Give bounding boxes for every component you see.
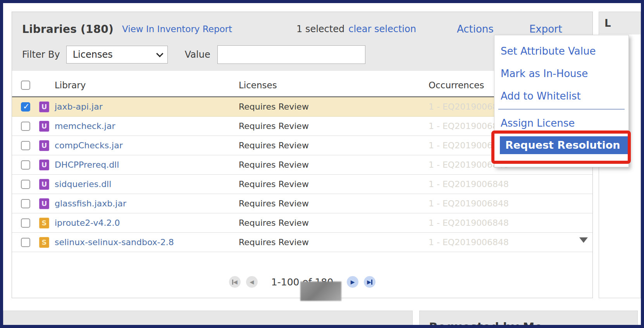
source-badge-icon: S [39, 218, 49, 228]
occurrence-value: 1 - EQ2019006848 [429, 218, 592, 228]
row-checkbox[interactable] [21, 102, 30, 112]
clear-selection-link[interactable]: clear selection [348, 24, 416, 34]
chevron-down-icon [156, 50, 163, 57]
bottom-right-panel: Requested by Me [419, 311, 638, 325]
table-row[interactable]: U glassfish.jaxb.jar Requires Review 1 -… [12, 194, 592, 213]
license-status: Requires Review [239, 179, 429, 189]
unknown-origin-badge-icon: U [39, 160, 49, 170]
column-header-library: Library [55, 80, 239, 90]
screenshot-frame: Libraries (180) View In Inventory Report… [0, 0, 644, 328]
actions-menu-button[interactable]: Actions [457, 23, 494, 35]
library-link[interactable]: jaxb-api.jar [55, 102, 103, 112]
previous-page-button[interactable]: ◀ [246, 276, 258, 288]
library-link[interactable]: selinux-selinux-sandbox-2.8 [55, 237, 174, 247]
filter-by-select[interactable]: Licenses [66, 46, 168, 64]
bottom-left-panel [3, 311, 413, 325]
library-link[interactable]: glassfish.jaxb.jar [55, 199, 126, 208]
table-row[interactable]: S selinux-selinux-sandbox-2.8 Requires R… [12, 233, 592, 252]
row-checkbox[interactable] [21, 238, 30, 247]
unknown-origin-badge-icon: U [39, 140, 49, 151]
table-row[interactable]: U sidqueries.dll Requires Review 1 - EQ2… [12, 175, 592, 194]
row-checkbox[interactable] [21, 160, 30, 170]
row-checkbox[interactable] [21, 141, 30, 150]
menu-item-request-resolution[interactable]: Request Resolution [500, 136, 628, 154]
occurrence-value: 1 - EQ2019006848 [429, 237, 592, 247]
row-checkbox[interactable] [21, 199, 30, 208]
table-row[interactable]: S iproute2-v4.2.0 Requires Review 1 - EQ… [12, 213, 592, 233]
menu-item-mark-as-in-house[interactable]: Mark as In-House [494, 62, 629, 85]
source-badge-icon: S [39, 237, 49, 248]
next-page-button[interactable]: ▶ [347, 276, 358, 288]
license-status: Requires Review [239, 160, 429, 170]
view-in-inventory-report-link[interactable]: View In Inventory Report [122, 24, 232, 34]
license-status: Requires Review [239, 237, 429, 247]
filter-by-selected-value: Licenses [73, 49, 113, 60]
license-status: Requires Review [239, 218, 429, 228]
filter-by-label: Filter By [22, 49, 60, 60]
menu-divider [498, 109, 625, 110]
library-link[interactable]: compChecks.jar [55, 141, 123, 150]
select-all-checkbox[interactable] [21, 81, 30, 90]
filter-value-input[interactable] [217, 45, 365, 64]
export-button[interactable]: Export [529, 23, 562, 35]
selected-count: 1 selected [296, 24, 344, 34]
license-status: Requires Review [239, 141, 429, 150]
menu-item-add-to-whitelist[interactable]: Add to Whitelist [494, 85, 629, 107]
library-link[interactable]: sidqueries.dll [55, 179, 111, 189]
license-status: Requires Review [239, 121, 429, 131]
actions-dropdown-menu: Set Attribute Value Mark as In-House Add… [494, 35, 629, 167]
unknown-origin-badge-icon: U [39, 101, 49, 112]
unknown-origin-badge-icon: U [39, 198, 49, 209]
column-header-licenses: Licenses [239, 80, 429, 90]
menu-item-set-attribute-value[interactable]: Set Attribute Value [494, 40, 629, 62]
row-checkbox[interactable] [21, 122, 30, 131]
license-status: Requires Review [239, 102, 429, 112]
unknown-origin-badge-icon: U [39, 121, 49, 132]
last-page-button[interactable]: ▶ [364, 276, 375, 288]
scroll-down-icon[interactable] [579, 237, 588, 243]
requested-by-me-title: Requested by Me [429, 320, 637, 325]
occurrence-value: 1 - EQ2019006848 [429, 179, 592, 189]
right-panel-title: L [599, 12, 641, 34]
row-checkbox[interactable] [21, 218, 30, 228]
unknown-origin-badge-icon: U [39, 179, 49, 190]
license-status: Requires Review [239, 199, 429, 208]
library-link[interactable]: DHCPPrereq.dll [55, 160, 119, 170]
value-label: Value [185, 49, 210, 60]
redaction-blur-box [300, 282, 341, 301]
library-link[interactable]: iproute2-v4.2.0 [55, 218, 120, 228]
first-page-button[interactable]: ◀ [229, 276, 241, 288]
occurrence-value: 1 - EQ2019006848 [429, 199, 592, 208]
row-checkbox[interactable] [21, 180, 30, 189]
library-link[interactable]: memcheck.jar [55, 121, 115, 131]
menu-item-assign-license[interactable]: Assign License [494, 112, 629, 134]
page-title: Libraries (180) [22, 23, 114, 36]
